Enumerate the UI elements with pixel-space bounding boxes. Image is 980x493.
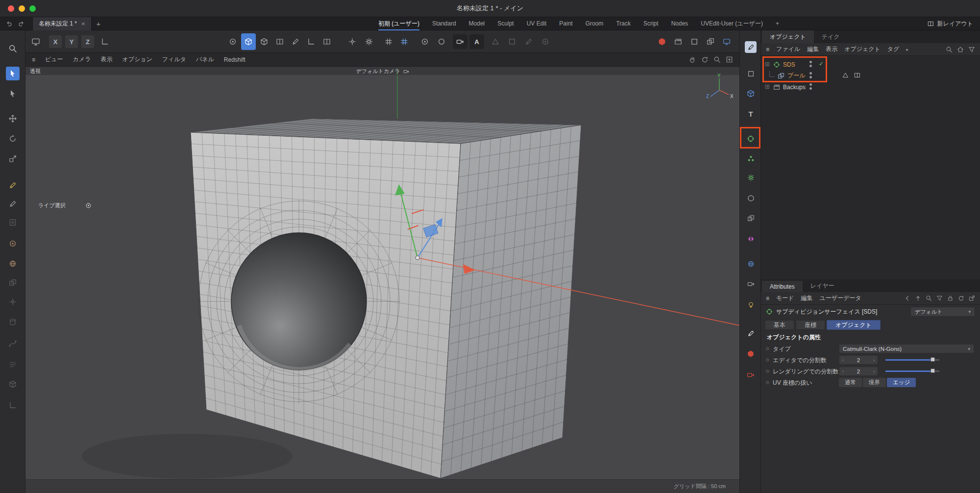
object-row-sds[interactable]: SDS ✓ [761, 59, 980, 70]
viewport-menu-filter[interactable]: フィルタ [162, 55, 186, 64]
select-tool[interactable] [7, 88, 19, 99]
expander-icon[interactable] [765, 62, 770, 67]
workplane-grid-icon[interactable] [381, 33, 396, 50]
cylinder-tool[interactable] [7, 316, 19, 328]
document-tab[interactable]: 名称未設定 1 * × [32, 17, 92, 30]
layout-tab-script[interactable]: Script [643, 17, 659, 30]
texture-tag-icon[interactable] [854, 72, 860, 80]
array-generator-icon[interactable] [745, 152, 757, 164]
object-name-backups[interactable]: Backups [783, 84, 806, 91]
generator-enabled-check[interactable]: ✓ [819, 60, 824, 67]
object-name-boole[interactable]: ブール [787, 72, 806, 80]
uv-mode-standard-button[interactable]: 通常 [839, 378, 862, 387]
viewport-canvas[interactable]: 透視 デフォルトカメラ ライブ選択 Y Z X [25, 67, 739, 479]
attr-lock-icon[interactable] [947, 295, 954, 301]
magnet-snap-icon[interactable] [434, 33, 449, 50]
preset-dropdown[interactable]: デフォルト ▾ [910, 307, 975, 317]
pan-hand-icon[interactable] [689, 56, 696, 63]
live-selection-tool[interactable] [6, 67, 20, 80]
close-window-button[interactable] [8, 5, 14, 12]
add-document-tab-button[interactable]: + [97, 20, 101, 28]
orbit-icon[interactable] [701, 56, 709, 63]
om-menu-tags[interactable]: タグ [887, 45, 900, 53]
render-subdivision-value[interactable]: 2 [857, 369, 860, 374]
editor-subdivision-slider[interactable] [885, 359, 939, 361]
attr-back-icon[interactable] [904, 295, 910, 301]
attr-menu-edit[interactable]: 編集 [801, 294, 813, 302]
sphere-material-icon[interactable] [7, 238, 19, 249]
layout-tab-track[interactable]: Track [616, 17, 631, 30]
live-selection-icon[interactable] [85, 202, 92, 209]
section-tab-coords[interactable]: 座標 [796, 320, 825, 330]
layout-tab-sculpt[interactable]: Sculpt [497, 17, 514, 30]
viewport-menu-display[interactable]: 表示 [100, 55, 112, 64]
section-tab-object[interactable]: オブジェクト [827, 320, 881, 330]
save-project-icon[interactable] [687, 33, 702, 50]
slider-handle[interactable] [931, 369, 935, 373]
rotate-tool[interactable] [7, 133, 19, 145]
stylus-tool-icon[interactable] [745, 41, 757, 53]
om-menu-view[interactable]: 表示 [826, 45, 837, 53]
attr-popout-icon[interactable] [969, 295, 975, 301]
viewport-menu-camera[interactable]: カメラ [73, 55, 91, 64]
close-tab-icon[interactable]: × [81, 20, 85, 27]
sds-generator-icon[interactable] [745, 133, 757, 145]
layout-tab-uvedit[interactable]: UV Edit [527, 17, 547, 30]
param-diamond-icon[interactable]: ◇ [766, 357, 769, 362]
modeling-settings-icon[interactable] [362, 33, 376, 50]
viewport-menu-options[interactable]: オプション [122, 55, 152, 64]
symmetry-icon[interactable] [745, 233, 757, 245]
gizmo-center[interactable] [416, 256, 419, 260]
om-search-icon[interactable] [946, 46, 953, 53]
viewport-menu-redshift[interactable]: Redshift [224, 56, 245, 63]
viewport-menu-view[interactable]: ビュー [45, 55, 63, 64]
instance-icon[interactable] [745, 212, 757, 224]
add-layout-tab-button[interactable]: + [776, 17, 779, 30]
layout-tab-standard[interactable]: Standard [432, 17, 456, 30]
stepper-prev-icon[interactable]: ‹ [842, 369, 844, 374]
layout-tab-groom[interactable]: Groom [586, 17, 604, 30]
polygon-mode-icon[interactable] [288, 33, 303, 50]
ring-mode-icon[interactable] [225, 33, 240, 50]
layout-tab-paint[interactable]: Paint [559, 17, 572, 30]
viewport-burger-icon[interactable]: ≡ [32, 56, 35, 63]
maximize-view-icon[interactable] [726, 56, 733, 63]
uv-mode-edge-button[interactable]: エッジ [887, 378, 916, 387]
frame-tool[interactable] [7, 217, 19, 228]
attr-filter-icon[interactable] [936, 295, 943, 301]
tab-takes[interactable]: テイク [814, 30, 848, 43]
om-menu-more-icon[interactable]: ▸ [906, 47, 908, 52]
attr-burger-icon[interactable]: ≡ [766, 295, 769, 302]
render-subdivision-stepper[interactable]: ‹ 2 › [839, 367, 878, 376]
slider-handle[interactable] [931, 357, 935, 362]
om-burger-icon[interactable]: ≡ [766, 46, 769, 53]
redshift-icon[interactable] [655, 33, 669, 50]
axis-y-lock-button[interactable]: Y [65, 35, 78, 48]
param-diamond-icon[interactable]: ◇ [766, 346, 769, 351]
attr-search-icon[interactable] [926, 295, 932, 301]
camera-name-label[interactable]: デフォルトカメラ [356, 68, 400, 75]
enable-axis-icon[interactable] [345, 33, 360, 50]
section-tab-basic[interactable]: 基本 [765, 320, 794, 330]
om-menu-file[interactable]: ファイル [776, 45, 800, 53]
edge-mode-icon[interactable] [272, 33, 287, 50]
render-view-button[interactable] [453, 34, 467, 49]
om-menu-objects[interactable]: オブジェクト [844, 45, 881, 53]
visibility-dots[interactable] [809, 72, 812, 78]
axis-z-lock-button[interactable]: Z [81, 35, 94, 48]
object-name-sds[interactable]: SDS [783, 61, 795, 68]
attr-up-icon[interactable] [915, 295, 921, 301]
model-mode-icon[interactable] [241, 33, 256, 50]
brush-tool[interactable] [7, 179, 19, 191]
sketch-tool[interactable] [7, 198, 19, 210]
zoom-icon[interactable] [713, 56, 721, 63]
om-menu-edit[interactable]: 編集 [807, 45, 819, 53]
new-layout-button[interactable]: 新レイアウト [928, 17, 973, 30]
uv-mode-boundary-button[interactable]: 境界 [863, 378, 886, 387]
globe-material-icon[interactable] [7, 258, 19, 270]
param-diamond-icon[interactable]: ◇ [766, 369, 769, 373]
maximize-window-button[interactable] [29, 5, 36, 12]
visibility-dots[interactable] [809, 61, 812, 67]
viewport-menu-panel[interactable]: パネル [196, 55, 214, 64]
coordinate-system-icon[interactable] [98, 33, 112, 50]
